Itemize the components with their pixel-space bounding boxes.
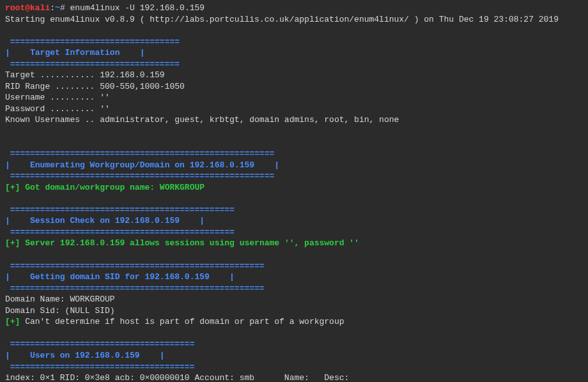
blank-line <box>5 137 583 149</box>
prompt-tilde: ~ <box>55 3 60 13</box>
blank-line <box>5 25 583 36</box>
sid-border-bottom: ========================================… <box>5 283 583 294</box>
session-border-bottom: ========================================… <box>5 227 583 238</box>
prompt-user: root <box>5 3 25 13</box>
domain-name-value: Domain Name: WORKGROUP <box>5 294 583 305</box>
sid-result-text: Can't determine if host is part of domai… <box>25 317 344 326</box>
password-value: Password ......... '' <box>5 103 583 115</box>
workgroup-section-title: | Enumerating Workgroup/Domain on 192.16… <box>5 160 583 171</box>
blank-line <box>5 193 583 204</box>
plus-indicator: [+] <box>5 317 25 326</box>
username-value: Username ......... '' <box>5 92 583 103</box>
users-index-line: index: 0×1 RID: 0×3e8 acb: 0×00000010 Ac… <box>5 372 583 382</box>
session-result: [+] Server 192.168.0.159 allows sessions… <box>5 238 583 249</box>
session-border-top: ========================================… <box>5 204 583 216</box>
prompt-line[interactable]: root@kali:~# enum4linux -U 192.168.0.159 <box>5 3 583 14</box>
users-border-top: ===================================== <box>5 339 583 350</box>
users-border-bottom: ===================================== <box>5 362 583 373</box>
sid-result: [+] Can't determine if host is part of d… <box>5 316 583 328</box>
workgroup-result: [+] Got domain/workgroup name: WORKGROUP <box>5 182 583 194</box>
sid-section-title: | Getting domain SID for 192.168.0.159 | <box>5 271 583 283</box>
prompt-host: kali <box>30 3 50 13</box>
users-section-title: | Users on 192.168.0.159 | <box>5 350 583 362</box>
blank-line <box>5 328 583 339</box>
target-border-top: ================================== <box>5 36 583 48</box>
domain-sid-value: Domain Sid: (NULL SID) <box>5 305 583 317</box>
target-value: Target ........... 192.168.0.159 <box>5 70 583 81</box>
session-section-title: | Session Check on 192.168.0.159 | <box>5 215 583 227</box>
blank-line <box>5 126 583 137</box>
sid-border-top: ========================================… <box>5 261 583 272</box>
workgroup-border-bottom: ========================================… <box>5 171 583 182</box>
workgroup-result-text: Got domain/workgroup name: WORKGROUP <box>25 183 205 192</box>
target-border-bottom: ================================== <box>5 59 583 70</box>
plus-indicator: [+] <box>5 183 25 192</box>
plus-indicator: [+] <box>5 238 25 248</box>
start-banner: Starting enum4linux v0.8.9 ( http://labs… <box>5 14 583 26</box>
rid-range-value: RID Range ........ 500-550,1000-1050 <box>5 81 583 93</box>
command-text: enum4linux -U 192.168.0.159 <box>65 3 205 13</box>
workgroup-border-top: ========================================… <box>5 148 583 160</box>
target-section-title: | Target Information | <box>5 47 583 59</box>
blank-line <box>5 249 583 261</box>
prompt-colon: : <box>50 3 55 13</box>
known-usernames-value: Known Usernames .. administrator, guest,… <box>5 114 583 126</box>
prompt-hash: # <box>60 3 65 13</box>
prompt-at: @ <box>25 3 30 13</box>
session-result-text: Server 192.168.0.159 allows sessions usi… <box>25 238 359 248</box>
